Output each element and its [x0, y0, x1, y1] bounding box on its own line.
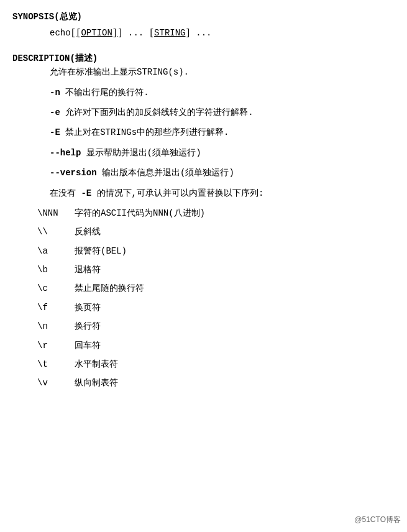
escape-desc-f: 换页符 [75, 301, 101, 314]
synopsis-section: SYNOPSIS(总览) echo[[OPTION]] ... [STRING]… [12, 10, 395, 40]
flag-version-desc: 输出版本信息并退出(须单独运行) [102, 168, 234, 178]
option-help: --help 显示帮助并退出(须单独运行) [12, 146, 395, 160]
flag-version: --version [50, 168, 97, 178]
option-label: [OPTION] [76, 28, 117, 38]
escape-c: \c 禁止尾随的换行符 [12, 282, 395, 295]
escape-desc-NNN: 字符的ASCII代码为NNN(八进制) [75, 206, 205, 220]
flag-e: -e [50, 108, 60, 117]
escape-code-a: \a [37, 244, 75, 258]
escape-r: \r 回车符 [12, 339, 395, 352]
escape-desc-c: 禁止尾随的换行符 [75, 282, 144, 295]
flag-e-desc: 允许对下面列出的加反斜线转义的字符进行解释. [65, 108, 253, 117]
escape-code-backslash: \\ [37, 225, 75, 239]
main-desc-text: 允许在标准输出上显示STRING(s). [50, 67, 189, 77]
option-version: --version 输出版本信息并退出(须单独运行) [12, 166, 395, 180]
escape-n: \n 换行符 [12, 319, 395, 333]
escape-code-c: \c [37, 282, 75, 295]
synopsis-command-line: echo[[OPTION]] ... [STRING] ... [12, 26, 395, 40]
escape-f: \f 换页符 [12, 301, 395, 314]
synopsis-title: SYNOPSIS(总览) [12, 12, 82, 22]
no-e-suffix: 的情况下,可承认并可以内置替换以下序列: [91, 188, 263, 198]
no-e-prefix: 在没有 [50, 188, 81, 198]
flag-E-desc: 禁止对在STRINGs中的那些序列进行解释. [65, 127, 229, 137]
echo-command: echo [50, 28, 71, 38]
no-e-flag: -E [81, 188, 91, 198]
option-e: -e 允许对下面列出的加反斜线转义的字符进行解释. [12, 106, 395, 119]
escape-code-t: \t [37, 357, 75, 371]
option-E: -E 禁止对在STRINGs中的那些序列进行解释. [12, 126, 395, 139]
escape-backslash: \\ 反斜线 [12, 225, 395, 239]
escape-code-r: \r [37, 339, 75, 352]
escape-code-f: \f [37, 301, 75, 314]
main-description: 允许在标准输出上显示STRING(s). [12, 65, 395, 79]
escape-desc-b: 退格符 [75, 263, 101, 277]
escape-desc-backslash: 反斜线 [75, 225, 101, 239]
flag-n-desc: 不输出行尾的换行符. [65, 88, 149, 98]
escape-NNN: \NNN 字符的ASCII代码为NNN(八进制) [12, 206, 395, 220]
string-bracket-open: [ [149, 28, 154, 38]
escape-code-v: \v [37, 376, 75, 390]
flag-help: --help [50, 148, 81, 158]
escape-desc-t: 水平制表符 [75, 357, 118, 371]
escape-desc-n: 换行符 [75, 319, 101, 333]
escape-desc-a: 报警符(BEL) [75, 244, 127, 258]
option-n: -n 不输出行尾的换行符. [12, 86, 395, 99]
string-label: STRING [154, 28, 185, 38]
flag-n: -n [50, 88, 60, 98]
escape-v: \v 纵向制表符 [12, 376, 395, 390]
escape-code-n: \n [37, 319, 75, 333]
no-e-description: 在没有 -E 的情况下,可承认并可以内置替换以下序列: [12, 186, 395, 200]
escape-b: \b 退格符 [12, 263, 395, 277]
ellipsis2: ... [196, 28, 211, 38]
bracket-close1: ] [117, 28, 122, 38]
ellipsis1: ... [128, 28, 144, 38]
description-title: DESCRIPTION(描述) [12, 53, 98, 63]
flag-help-desc: 显示帮助并退出(须单独运行) [86, 148, 201, 158]
option-bracket-open: [ [71, 28, 76, 38]
escape-desc-r: 回车符 [75, 339, 101, 352]
escape-desc-v: 纵向制表符 [75, 376, 118, 390]
watermark: @51CTO博客 [354, 514, 401, 526]
escape-t: \t 水平制表符 [12, 357, 395, 371]
flag-E: -E [50, 127, 60, 137]
description-section: DESCRIPTION(描述) 允许在标准输出上显示STRING(s). -n … [12, 52, 395, 390]
escape-a: \a 报警符(BEL) [12, 244, 395, 258]
bracket-close2: ] [186, 28, 191, 38]
escape-code-NNN: \NNN [37, 206, 75, 220]
escape-code-b: \b [37, 263, 75, 277]
